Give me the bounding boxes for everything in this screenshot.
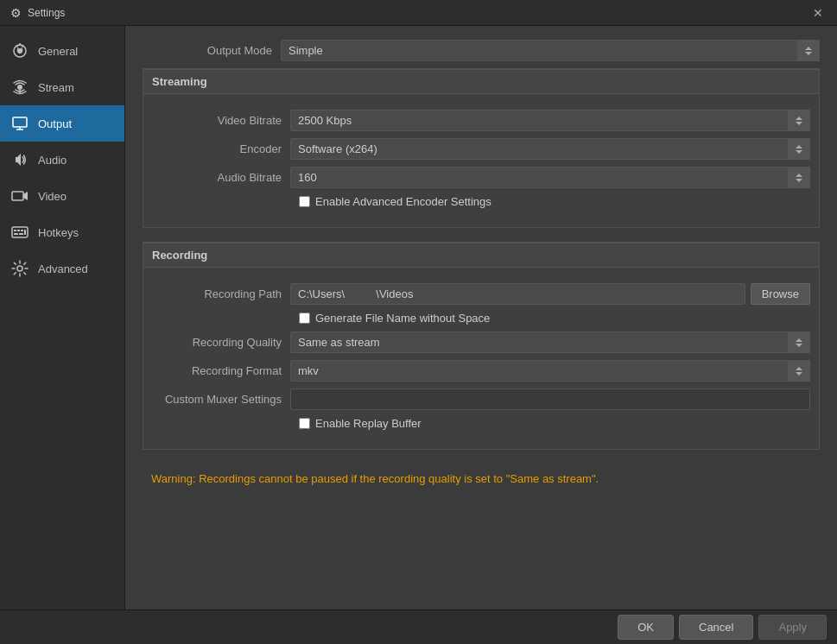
- video-icon: [10, 186, 29, 205]
- svg-point-16: [17, 266, 22, 271]
- hotkeys-icon: [10, 223, 29, 242]
- enable-replay-buffer-row: Enable Replay Buffer: [152, 417, 810, 430]
- output-mode-label: Output Mode: [143, 44, 281, 57]
- recording-path-label: Recording Path: [152, 287, 290, 300]
- apply-button[interactable]: Apply: [758, 615, 827, 640]
- sidebar-item-stream[interactable]: Stream: [0, 69, 124, 105]
- ok-button[interactable]: OK: [618, 615, 674, 640]
- audio-bitrate-row: Audio Bitrate 160 128 192 256: [152, 167, 810, 188]
- svg-rect-12: [21, 230, 23, 231]
- sidebar-item-output-label: Output: [38, 117, 72, 130]
- titlebar: ⚙ Settings ✕: [0, 0, 837, 26]
- custom-muxer-row: Custom Muxer Settings: [152, 388, 810, 410]
- svg-rect-5: [13, 117, 27, 127]
- video-bitrate-input[interactable]: [290, 110, 810, 131]
- enable-replay-buffer-label[interactable]: Enable Replay Buffer: [315, 417, 422, 430]
- encoder-row: Encoder Software (x264) Hardware (NVENC)…: [152, 138, 810, 160]
- enable-replay-buffer-checkbox[interactable]: [299, 418, 310, 429]
- output-mode-select-wrapper: Simple Advanced: [281, 40, 820, 61]
- recording-format-row: Recording Format mkv mp4 mov flv ts: [152, 360, 810, 382]
- recording-quality-row: Recording Quality Same as stream High Qu…: [152, 331, 810, 353]
- sidebar-item-video[interactable]: Video: [0, 178, 124, 214]
- sidebar-item-audio-label: Audio: [38, 154, 67, 167]
- browse-button[interactable]: Browse: [751, 283, 810, 305]
- video-bitrate-row: Video Bitrate: [152, 110, 810, 131]
- svg-rect-13: [14, 233, 18, 235]
- generate-filename-checkbox[interactable]: [299, 313, 310, 324]
- close-button[interactable]: ✕: [808, 3, 828, 23]
- streaming-header: Streaming: [143, 69, 819, 94]
- generate-filename-label[interactable]: Generate File Name without Space: [315, 312, 490, 325]
- sidebar-item-stream-label: Stream: [38, 81, 74, 94]
- advanced-icon: [10, 259, 29, 278]
- recording-section: Recording Recording Path Browse Generate…: [143, 242, 820, 450]
- svg-rect-15: [24, 230, 26, 235]
- recording-quality-select[interactable]: Same as stream High Quality, Medium File…: [290, 331, 810, 353]
- content-area: Output Mode Simple Advanced Streaming Vi…: [125, 26, 837, 609]
- recording-path-input[interactable]: [290, 283, 745, 305]
- sidebar-item-audio[interactable]: Audio: [0, 142, 124, 178]
- svg-rect-14: [19, 233, 23, 235]
- sidebar-item-video-label: Video: [38, 190, 67, 203]
- sidebar-item-output[interactable]: Output: [0, 105, 124, 142]
- window-title: Settings: [28, 7, 808, 19]
- enable-advanced-encoder-label[interactable]: Enable Advanced Encoder Settings: [315, 195, 491, 208]
- svg-rect-11: [17, 230, 20, 231]
- sidebar-item-general-label: General: [38, 45, 78, 58]
- stream-icon: [10, 78, 29, 97]
- output-icon: [10, 114, 29, 133]
- encoder-label: Encoder: [152, 142, 290, 155]
- encoder-select[interactable]: Software (x264) Hardware (NVENC) Hardwar…: [290, 138, 810, 160]
- audio-bitrate-select[interactable]: 160 128 192 256: [290, 167, 810, 188]
- sidebar-item-hotkeys-label: Hotkeys: [38, 226, 79, 239]
- warning-text: Warning: Recordings cannot be paused if …: [143, 464, 820, 494]
- streaming-section: Streaming Video Bitrate Encoder: [143, 68, 820, 228]
- enable-advanced-encoder-row: Enable Advanced Encoder Settings: [152, 195, 810, 208]
- custom-muxer-input[interactable]: [290, 388, 810, 410]
- recording-quality-label: Recording Quality: [152, 336, 290, 349]
- video-bitrate-label: Video Bitrate: [152, 114, 290, 127]
- recording-format-label: Recording Format: [152, 364, 290, 377]
- svg-point-2: [18, 49, 22, 54]
- svg-rect-10: [14, 230, 16, 231]
- output-mode-select[interactable]: Simple Advanced: [281, 40, 820, 61]
- output-mode-row: Output Mode Simple Advanced: [143, 40, 820, 61]
- audio-bitrate-label: Audio Bitrate: [152, 171, 290, 184]
- sidebar-item-advanced[interactable]: Advanced: [0, 250, 124, 287]
- recording-path-row: Recording Path Browse: [152, 283, 810, 305]
- custom-muxer-label: Custom Muxer Settings: [152, 393, 290, 406]
- sidebar-item-advanced-label: Advanced: [38, 262, 88, 275]
- sidebar-item-general[interactable]: General: [0, 33, 124, 69]
- footer: OK Cancel Apply: [0, 609, 837, 644]
- cancel-button[interactable]: Cancel: [679, 615, 753, 640]
- audio-icon: [10, 150, 29, 169]
- generate-filename-row: Generate File Name without Space: [152, 312, 810, 325]
- general-icon: [10, 41, 29, 60]
- svg-point-3: [17, 85, 22, 90]
- sidebar: General Stream: [0, 26, 125, 609]
- app-icon: ⚙: [9, 6, 22, 20]
- recording-header: Recording: [143, 243, 819, 268]
- svg-rect-8: [12, 192, 23, 200]
- enable-advanced-encoder-checkbox[interactable]: [299, 196, 310, 207]
- sidebar-item-hotkeys[interactable]: Hotkeys: [0, 214, 124, 250]
- recording-format-select[interactable]: mkv mp4 mov flv ts: [290, 360, 810, 382]
